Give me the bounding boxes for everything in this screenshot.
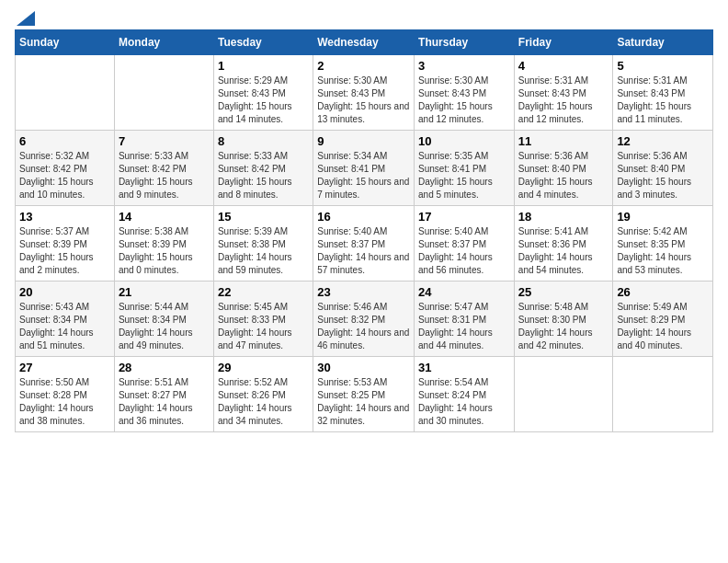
day-number: 3 bbox=[418, 59, 510, 73]
day-number: 5 bbox=[617, 59, 709, 73]
day-number: 26 bbox=[617, 285, 709, 299]
day-detail: Sunrise: 5:53 AMSunset: 8:25 PMDaylight:… bbox=[317, 376, 410, 428]
day-cell: 14Sunrise: 5:38 AMSunset: 8:39 PMDayligh… bbox=[114, 206, 213, 282]
day-detail: Sunrise: 5:31 AMSunset: 8:43 PMDaylight:… bbox=[617, 75, 709, 126]
day-number: 25 bbox=[518, 285, 609, 299]
day-cell: 7Sunrise: 5:33 AMSunset: 8:42 PMDaylight… bbox=[114, 131, 213, 206]
day-cell bbox=[613, 357, 713, 432]
day-cell: 12Sunrise: 5:36 AMSunset: 8:40 PMDayligh… bbox=[613, 131, 713, 206]
day-cell: 1Sunrise: 5:29 AMSunset: 8:43 PMDaylight… bbox=[213, 55, 313, 131]
day-cell: 4Sunrise: 5:31 AMSunset: 8:43 PMDaylight… bbox=[514, 55, 613, 131]
day-detail: Sunrise: 5:52 AMSunset: 8:26 PMDaylight:… bbox=[218, 376, 309, 428]
day-cell: 24Sunrise: 5:47 AMSunset: 8:31 PMDayligh… bbox=[415, 282, 515, 357]
day-cell: 22Sunrise: 5:45 AMSunset: 8:33 PMDayligh… bbox=[213, 282, 313, 357]
logo-icon bbox=[17, 11, 35, 26]
day-detail: Sunrise: 5:47 AMSunset: 8:31 PMDaylight:… bbox=[418, 301, 510, 352]
header-sunday: Sunday bbox=[16, 30, 115, 55]
day-cell: 26Sunrise: 5:49 AMSunset: 8:29 PMDayligh… bbox=[613, 282, 713, 357]
day-detail: Sunrise: 5:51 AMSunset: 8:27 PMDaylight:… bbox=[119, 376, 210, 428]
day-cell: 10Sunrise: 5:35 AMSunset: 8:41 PMDayligh… bbox=[415, 131, 515, 206]
day-number: 24 bbox=[418, 285, 510, 299]
day-detail: Sunrise: 5:30 AMSunset: 8:43 PMDaylight:… bbox=[317, 75, 410, 126]
day-detail: Sunrise: 5:40 AMSunset: 8:37 PMDaylight:… bbox=[418, 225, 510, 277]
week-row-1: 1Sunrise: 5:29 AMSunset: 8:43 PMDaylight… bbox=[16, 55, 713, 131]
day-number: 13 bbox=[19, 210, 110, 224]
day-detail: Sunrise: 5:40 AMSunset: 8:37 PMDaylight:… bbox=[317, 225, 410, 277]
day-cell: 20Sunrise: 5:43 AMSunset: 8:34 PMDayligh… bbox=[16, 282, 115, 357]
header-tuesday: Tuesday bbox=[213, 30, 313, 55]
day-cell: 28Sunrise: 5:51 AMSunset: 8:27 PMDayligh… bbox=[114, 357, 213, 432]
day-detail: Sunrise: 5:37 AMSunset: 8:39 PMDaylight:… bbox=[19, 225, 110, 277]
day-number: 18 bbox=[518, 210, 609, 224]
header bbox=[15, 15, 713, 22]
day-detail: Sunrise: 5:45 AMSunset: 8:33 PMDaylight:… bbox=[218, 301, 309, 352]
day-number: 4 bbox=[518, 59, 609, 73]
day-number: 7 bbox=[119, 134, 210, 148]
day-number: 22 bbox=[218, 285, 309, 299]
day-cell: 11Sunrise: 5:36 AMSunset: 8:40 PMDayligh… bbox=[514, 131, 613, 206]
day-cell bbox=[514, 357, 613, 432]
day-detail: Sunrise: 5:39 AMSunset: 8:38 PMDaylight:… bbox=[218, 225, 309, 277]
day-cell bbox=[16, 55, 115, 131]
day-cell: 25Sunrise: 5:48 AMSunset: 8:30 PMDayligh… bbox=[514, 282, 613, 357]
day-cell: 15Sunrise: 5:39 AMSunset: 8:38 PMDayligh… bbox=[213, 206, 313, 282]
day-detail: Sunrise: 5:49 AMSunset: 8:29 PMDaylight:… bbox=[617, 301, 709, 352]
header-thursday: Thursday bbox=[415, 30, 515, 55]
day-cell: 27Sunrise: 5:50 AMSunset: 8:28 PMDayligh… bbox=[16, 357, 115, 432]
day-number: 6 bbox=[19, 134, 110, 148]
week-row-3: 13Sunrise: 5:37 AMSunset: 8:39 PMDayligh… bbox=[16, 206, 713, 282]
day-number: 31 bbox=[418, 361, 510, 374]
day-number: 19 bbox=[617, 210, 709, 224]
header-row: SundayMondayTuesdayWednesdayThursdayFrid… bbox=[16, 30, 713, 55]
day-detail: Sunrise: 5:33 AMSunset: 8:42 PMDaylight:… bbox=[218, 150, 309, 201]
day-detail: Sunrise: 5:33 AMSunset: 8:42 PMDaylight:… bbox=[119, 150, 210, 201]
day-number: 11 bbox=[518, 134, 609, 148]
day-cell bbox=[114, 55, 213, 131]
day-detail: Sunrise: 5:38 AMSunset: 8:39 PMDaylight:… bbox=[119, 225, 210, 277]
day-detail: Sunrise: 5:43 AMSunset: 8:34 PMDaylight:… bbox=[19, 301, 110, 352]
day-cell: 2Sunrise: 5:30 AMSunset: 8:43 PMDaylight… bbox=[313, 55, 415, 131]
week-row-4: 20Sunrise: 5:43 AMSunset: 8:34 PMDayligh… bbox=[16, 282, 713, 357]
day-detail: Sunrise: 5:42 AMSunset: 8:35 PMDaylight:… bbox=[617, 225, 709, 277]
day-number: 2 bbox=[317, 59, 410, 73]
day-cell: 30Sunrise: 5:53 AMSunset: 8:25 PMDayligh… bbox=[313, 357, 415, 432]
day-detail: Sunrise: 5:44 AMSunset: 8:34 PMDaylight:… bbox=[119, 301, 210, 352]
day-cell: 19Sunrise: 5:42 AMSunset: 8:35 PMDayligh… bbox=[613, 206, 713, 282]
header-wednesday: Wednesday bbox=[313, 30, 415, 55]
day-detail: Sunrise: 5:36 AMSunset: 8:40 PMDaylight:… bbox=[518, 150, 609, 201]
day-number: 16 bbox=[317, 210, 410, 224]
day-detail: Sunrise: 5:32 AMSunset: 8:42 PMDaylight:… bbox=[19, 150, 110, 201]
header-friday: Friday bbox=[514, 30, 613, 55]
day-number: 8 bbox=[218, 134, 309, 148]
day-detail: Sunrise: 5:54 AMSunset: 8:24 PMDaylight:… bbox=[418, 376, 510, 428]
header-saturday: Saturday bbox=[613, 30, 713, 55]
day-number: 1 bbox=[218, 59, 309, 73]
day-detail: Sunrise: 5:41 AMSunset: 8:36 PMDaylight:… bbox=[518, 225, 609, 277]
day-number: 9 bbox=[317, 134, 410, 148]
logo bbox=[15, 15, 35, 22]
day-number: 23 bbox=[317, 285, 410, 299]
day-number: 29 bbox=[218, 361, 309, 374]
day-cell: 23Sunrise: 5:46 AMSunset: 8:32 PMDayligh… bbox=[313, 282, 415, 357]
day-detail: Sunrise: 5:36 AMSunset: 8:40 PMDaylight:… bbox=[617, 150, 709, 201]
day-cell: 18Sunrise: 5:41 AMSunset: 8:36 PMDayligh… bbox=[514, 206, 613, 282]
day-number: 14 bbox=[119, 210, 210, 224]
day-number: 17 bbox=[418, 210, 510, 224]
day-cell: 5Sunrise: 5:31 AMSunset: 8:43 PMDaylight… bbox=[613, 55, 713, 131]
day-detail: Sunrise: 5:30 AMSunset: 8:43 PMDaylight:… bbox=[418, 75, 510, 126]
day-number: 30 bbox=[317, 361, 410, 374]
day-cell: 31Sunrise: 5:54 AMSunset: 8:24 PMDayligh… bbox=[415, 357, 515, 432]
day-cell: 21Sunrise: 5:44 AMSunset: 8:34 PMDayligh… bbox=[114, 282, 213, 357]
day-detail: Sunrise: 5:31 AMSunset: 8:43 PMDaylight:… bbox=[518, 75, 609, 126]
calendar-table: SundayMondayTuesdayWednesdayThursdayFrid… bbox=[15, 29, 713, 432]
day-number: 10 bbox=[418, 134, 510, 148]
day-cell: 8Sunrise: 5:33 AMSunset: 8:42 PMDaylight… bbox=[213, 131, 313, 206]
week-row-2: 6Sunrise: 5:32 AMSunset: 8:42 PMDaylight… bbox=[16, 131, 713, 206]
week-row-5: 27Sunrise: 5:50 AMSunset: 8:28 PMDayligh… bbox=[16, 357, 713, 432]
header-monday: Monday bbox=[114, 30, 213, 55]
day-cell: 29Sunrise: 5:52 AMSunset: 8:26 PMDayligh… bbox=[213, 357, 313, 432]
day-cell: 17Sunrise: 5:40 AMSunset: 8:37 PMDayligh… bbox=[415, 206, 515, 282]
day-detail: Sunrise: 5:29 AMSunset: 8:43 PMDaylight:… bbox=[218, 75, 309, 126]
day-cell: 16Sunrise: 5:40 AMSunset: 8:37 PMDayligh… bbox=[313, 206, 415, 282]
day-detail: Sunrise: 5:46 AMSunset: 8:32 PMDaylight:… bbox=[317, 301, 410, 352]
